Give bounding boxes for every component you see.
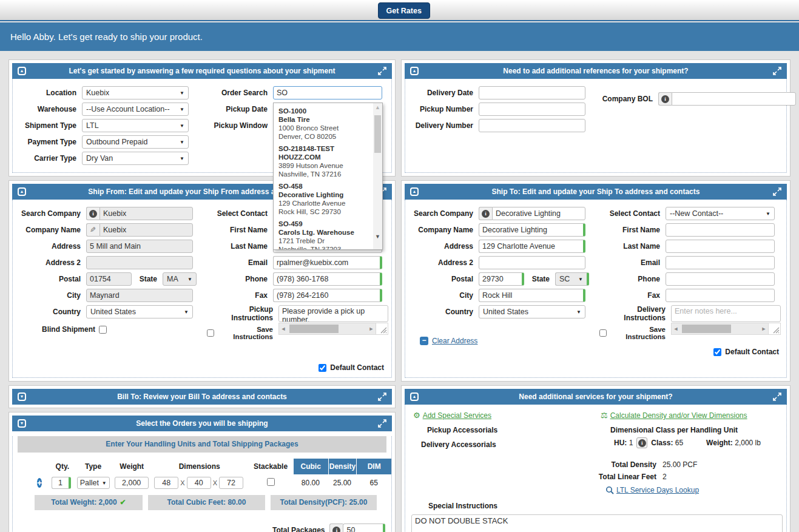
shipment-type-select[interactable]: LTL <box>82 119 189 132</box>
scrollbar-thumb[interactable] <box>289 325 339 333</box>
collapse-panel-icon[interactable] <box>410 392 419 401</box>
scroll-down-icon[interactable]: ▼ <box>373 234 382 240</box>
ship-to-search-company-input[interactable] <box>492 207 585 220</box>
ship-to-select-contact-select[interactable]: --New Contact-- <box>666 207 775 220</box>
ship-from-email-input[interactable] <box>273 256 382 269</box>
horizontal-scrollbar[interactable]: ◄ ► <box>278 323 376 335</box>
collapse-panel-icon[interactable] <box>410 187 419 196</box>
ship-to-city-input[interactable] <box>479 289 585 302</box>
dim-length-input[interactable] <box>154 477 178 489</box>
ship-from-fax-input[interactable] <box>273 289 382 302</box>
cubic-feet-value: 80.00 <box>293 479 328 487</box>
order-city: Denver, CO 80205 <box>278 132 373 141</box>
expand-panel-chevron-icon[interactable] <box>18 419 26 428</box>
carrier-type-select[interactable]: Dry Van <box>82 152 189 165</box>
company-bol-input[interactable] <box>672 92 796 106</box>
expand-panel-icon[interactable] <box>773 67 781 75</box>
ship-from-city-input[interactable] <box>86 289 193 302</box>
location-select[interactable]: Kuebix <box>82 86 189 99</box>
order-result-item[interactable]: SO-218148-TEST HOUZZ.COM 3899 Hutson Ave… <box>278 144 373 178</box>
expand-panel-chevron-icon[interactable] <box>18 392 26 401</box>
collapse-panel-icon[interactable] <box>18 67 26 75</box>
collapse-panel-icon[interactable] <box>410 67 419 75</box>
scrollbar-thumb[interactable] <box>682 325 731 333</box>
payment-type-select[interactable]: Outbound Prepaid <box>82 135 189 149</box>
scroll-right-icon[interactable]: ► <box>760 323 768 334</box>
ship-to-company-name-input[interactable] <box>479 223 585 237</box>
scroll-left-icon[interactable]: ◄ <box>279 323 288 334</box>
get-rates-button[interactable]: Get Rates <box>378 2 430 19</box>
add-special-services-link[interactable]: Add Special Services <box>423 411 491 420</box>
delivery-number-row: Delivery Number <box>405 119 599 132</box>
warehouse-select[interactable]: --Use Account Location-- <box>82 103 189 116</box>
ship-to-postal-input[interactable] <box>479 272 524 286</box>
expand-panel-icon[interactable] <box>378 392 386 401</box>
ship-from-state-select[interactable]: MA <box>163 272 197 286</box>
dropdown-scrollbar[interactable]: ▲ ▼ <box>373 103 382 249</box>
ship-from-default-contact-checkbox[interactable] <box>319 364 326 372</box>
scroll-left-icon[interactable]: ◄ <box>672 323 680 334</box>
minus-icon[interactable] <box>420 337 428 345</box>
order-result-item[interactable]: SO-458 Decorative Lighting 129 Charlotte… <box>278 182 373 216</box>
info-addon[interactable] <box>636 437 647 448</box>
ship-to-country-label: Country <box>405 308 473 316</box>
ship-to-state-select[interactable]: SC <box>555 272 589 286</box>
magnifier-icon <box>605 486 614 494</box>
ltl-lookup-link[interactable]: LTL Service Days Lookup <box>616 486 699 494</box>
ship-from-search-company-input[interactable] <box>99 207 193 220</box>
order-result-item[interactable]: SO-1000 Bella Tire 1000 Bronco Street De… <box>278 107 373 141</box>
qty-input[interactable] <box>52 477 71 489</box>
delivery-date-input[interactable] <box>479 86 585 99</box>
ship-to-last-name-input[interactable] <box>666 240 775 253</box>
scroll-right-icon[interactable]: ► <box>367 323 376 334</box>
order-search-input[interactable] <box>273 86 382 99</box>
clear-address-link[interactable]: Clear Address <box>432 337 477 345</box>
edit-addon[interactable] <box>86 223 99 237</box>
type-select[interactable]: Pallet <box>77 477 110 489</box>
ship-from-postal-input[interactable] <box>86 272 132 286</box>
delivery-instructions-textarea[interactable] <box>671 305 781 322</box>
calc-density-link[interactable]: Calculate Density and/or View Dimensions <box>610 411 747 420</box>
collapse-panel-icon[interactable] <box>18 187 26 196</box>
pickup-number-input[interactable] <box>479 103 585 116</box>
stackable-checkbox[interactable] <box>267 478 275 486</box>
blind-shipment-checkbox[interactable] <box>99 326 107 334</box>
ship-from-address2-row: Address 2 <box>13 256 207 269</box>
expand-panel-icon[interactable] <box>773 392 781 401</box>
ship-to-fax-input[interactable] <box>666 289 775 302</box>
save-instructions-checkbox[interactable] <box>207 329 214 337</box>
horizontal-scrollbar[interactable]: ◄ ► <box>671 323 769 335</box>
ship-to-email-input[interactable] <box>666 256 775 269</box>
ship-from-address2-input[interactable] <box>86 256 193 269</box>
ship-to-address-input[interactable] <box>479 240 585 253</box>
ship-to-country-select[interactable]: United States <box>479 305 585 318</box>
dim-width-input[interactable] <box>187 477 211 489</box>
ship-from-company-name-input[interactable] <box>99 223 193 237</box>
weight-input[interactable] <box>115 477 149 489</box>
ship-to-first-name-input[interactable] <box>666 223 775 237</box>
order-search-row: Order Search <box>207 86 391 99</box>
expand-panel-icon[interactable] <box>378 67 386 75</box>
resize-grip[interactable] <box>769 323 781 335</box>
ship-to-state-value: SC <box>559 275 570 283</box>
ship-from-country-select[interactable]: United States <box>86 305 193 318</box>
ship-from-address-input[interactable] <box>86 240 193 253</box>
pickup-date-label: Pickup Date <box>207 105 268 113</box>
scrollbar-thumb[interactable] <box>374 115 381 153</box>
scroll-up-icon[interactable]: ▲ <box>373 104 382 110</box>
ship-to-default-contact-checkbox[interactable] <box>713 348 721 356</box>
ship-to-phone-input[interactable] <box>666 272 775 286</box>
total-packages-input[interactable] <box>343 524 385 532</box>
ship-to-address2-input[interactable] <box>479 256 585 269</box>
special-instructions-textarea[interactable]: DO NOT DOUBLE STACK <box>411 514 783 532</box>
save-instructions-checkbox[interactable] <box>599 329 607 337</box>
resize-grip[interactable] <box>376 323 388 335</box>
order-result-item[interactable]: SO-459 Carols Ltg. Warehouse 1721 Treble… <box>278 220 373 249</box>
ship-from-phone-input[interactable] <box>273 272 382 286</box>
expand-panel-icon[interactable] <box>378 419 386 428</box>
dim-height-input[interactable] <box>219 477 243 489</box>
delivery-number-input[interactable] <box>479 119 585 132</box>
add-row-icon[interactable] <box>37 478 42 488</box>
pickup-instructions-textarea[interactable]: Please provide a pick up number. <box>278 305 388 322</box>
expand-panel-icon[interactable] <box>773 187 781 196</box>
